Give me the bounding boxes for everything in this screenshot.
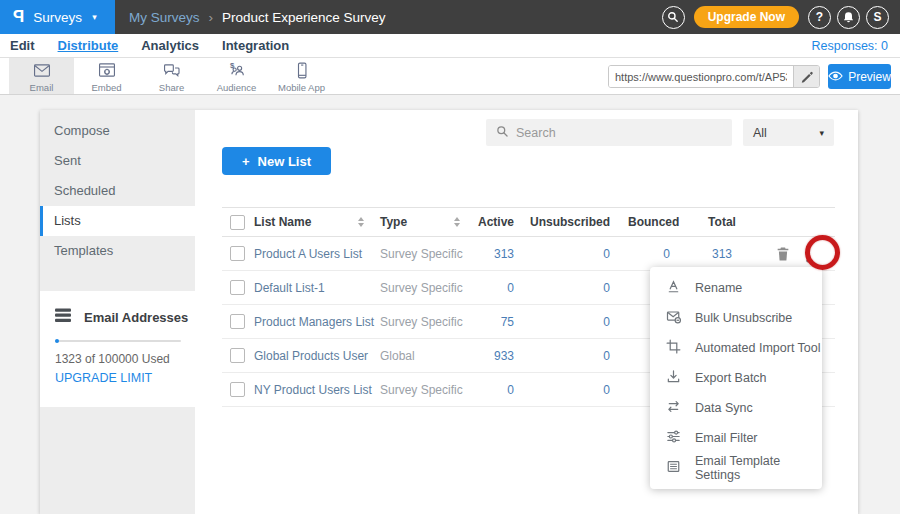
row-checkbox[interactable] xyxy=(230,348,245,363)
search-input[interactable] xyxy=(516,126,696,140)
survey-url-input[interactable] xyxy=(609,66,793,87)
toolbar-tab-embed[interactable]: Embed xyxy=(74,58,139,94)
sidebar-item-compose[interactable]: Compose xyxy=(40,116,195,146)
active-count[interactable]: 75 xyxy=(468,315,520,329)
upgrade-now-button[interactable]: Upgrade Now xyxy=(694,6,799,28)
responses-count[interactable]: Responses: 0 xyxy=(812,39,900,53)
toolbar-tab-mobile-app[interactable]: Mobile App xyxy=(269,58,334,94)
notifications-bell-icon[interactable] xyxy=(837,6,860,29)
unsubscribed-count: 0 xyxy=(520,281,628,295)
email-sidebar: Compose Sent Scheduled Lists Templates E… xyxy=(40,110,195,514)
menu-item-rename[interactable]: Rename xyxy=(650,273,822,303)
product-switcher[interactable]: P Surveys ▾ xyxy=(0,0,115,34)
unsubscribed-count: 0 xyxy=(520,315,628,329)
breadcrumb-my-surveys[interactable]: My Surveys xyxy=(129,10,200,25)
new-list-button-label: New List xyxy=(258,154,311,169)
toolbar-tab-share[interactable]: Share xyxy=(139,58,204,94)
list-name-link[interactable]: Default List-1 xyxy=(254,281,372,295)
toolbar-tab-label: Share xyxy=(159,82,184,93)
data-sync-icon xyxy=(666,399,681,418)
header-actions: Upgrade Now ? S xyxy=(662,6,900,29)
eye-icon xyxy=(828,70,843,84)
top-header: P Surveys ▾ My Surveys › Product Experie… xyxy=(0,0,900,34)
user-avatar[interactable]: S xyxy=(866,6,889,29)
active-count[interactable]: 313 xyxy=(468,247,520,261)
list-type: Survey Specific xyxy=(372,383,468,397)
menu-item-email-template-settings[interactable]: Email Template Settings xyxy=(650,453,822,483)
toolbar-tab-label: Audience xyxy=(217,82,257,93)
select-all-checkbox[interactable] xyxy=(230,215,245,230)
search-icon[interactable] xyxy=(662,6,685,29)
row-checkbox[interactable] xyxy=(230,382,245,397)
share-icon xyxy=(160,60,184,81)
tab-integration[interactable]: Integration xyxy=(222,38,289,53)
breadcrumb-current-survey: Product Experience Survey xyxy=(222,10,386,25)
row-checkbox[interactable] xyxy=(230,280,245,295)
menu-item-data-sync[interactable]: Data Sync xyxy=(650,393,822,423)
breadcrumb-separator: › xyxy=(209,10,214,25)
sidebar-item-lists[interactable]: Lists xyxy=(40,206,195,236)
upgrade-limit-link[interactable]: UPGRADE LIMIT xyxy=(55,371,195,385)
toolbar-tab-label: Email xyxy=(30,82,54,93)
row-actions xyxy=(754,245,835,263)
row-menu-kebab-icon[interactable] xyxy=(806,245,810,263)
menu-item-automated-import-tool[interactable]: Automated Import Tool xyxy=(650,333,822,363)
row-checkbox[interactable] xyxy=(230,314,245,329)
active-count[interactable]: 0 xyxy=(468,383,520,397)
sort-icon[interactable] xyxy=(358,217,364,227)
active-count[interactable]: 933 xyxy=(468,349,520,363)
email-addresses-title: Email Addresses xyxy=(84,310,188,325)
list-name-link[interactable]: Global Products User xyxy=(254,349,372,363)
questionpro-app: P Surveys ▾ My Surveys › Product Experie… xyxy=(0,0,900,514)
email-template-settings-icon xyxy=(666,459,681,478)
list-name-link[interactable]: Product A Users List xyxy=(254,247,372,261)
sort-icon[interactable] xyxy=(454,217,460,227)
tab-edit[interactable]: Edit xyxy=(10,38,35,53)
product-switcher-label: Surveys xyxy=(33,10,82,25)
list-name-link[interactable]: NY Product Users List xyxy=(254,383,372,397)
list-type: Survey Specific xyxy=(372,281,468,295)
tab-analytics[interactable]: Analytics xyxy=(141,38,199,53)
email-addresses-header: Email Addresses xyxy=(40,291,195,327)
column-bounced: Bounced xyxy=(628,215,690,229)
table-header-row: List Name Type Active Unsubscribed Bounc… xyxy=(222,207,835,237)
total-count[interactable]: 313 xyxy=(690,247,754,261)
chevron-down-icon: ▾ xyxy=(92,12,97,22)
toolbar-tab-audience[interactable]: $ Audience xyxy=(204,58,269,94)
rename-icon xyxy=(666,279,681,298)
menu-item-export-batch[interactable]: Export Batch xyxy=(650,363,822,393)
preview-button-label: Preview xyxy=(848,70,891,84)
toolbar-tab-email[interactable]: Email xyxy=(9,58,74,94)
new-list-button[interactable]: + New List xyxy=(222,147,331,175)
envelope-icon xyxy=(30,60,54,81)
row-checkbox[interactable] xyxy=(230,246,245,261)
edit-url-pencil-icon[interactable] xyxy=(793,66,819,87)
list-name-link[interactable]: Product Managers List xyxy=(254,315,372,329)
lists-content: All ▾ + New List List Name Type xyxy=(195,110,858,514)
sidebar-item-templates[interactable]: Templates xyxy=(40,236,195,266)
toolbar-tab-label: Embed xyxy=(91,82,121,93)
filter-selected-value: All xyxy=(753,126,767,140)
list-type: Survey Specific xyxy=(372,247,468,261)
sidebar-item-scheduled[interactable]: Scheduled xyxy=(40,176,195,206)
preview-button[interactable]: Preview xyxy=(828,64,891,89)
menu-item-bulk-unsubscribe[interactable]: Bulk Unsubscribe xyxy=(650,303,822,333)
list-type-filter-dropdown[interactable]: All ▾ xyxy=(743,119,834,146)
audience-icon: $ xyxy=(225,60,249,81)
help-icon[interactable]: ? xyxy=(808,6,831,29)
unsubscribed-count: 0 xyxy=(520,349,628,363)
column-type: Type xyxy=(372,215,468,229)
email-sidebar-items: Compose Sent Scheduled Lists Templates xyxy=(40,110,195,266)
tab-distribute[interactable]: Distribute xyxy=(58,38,119,53)
column-active: Active xyxy=(468,215,520,229)
plus-icon: + xyxy=(242,154,250,169)
active-count[interactable]: 0 xyxy=(468,281,520,295)
table-row: Product A Users List Survey Specific 313… xyxy=(222,237,835,271)
sidebar-item-sent[interactable]: Sent xyxy=(40,146,195,176)
email-filter-icon xyxy=(666,429,681,448)
menu-item-email-filter[interactable]: Email Filter xyxy=(650,423,822,453)
delete-list-trash-icon[interactable] xyxy=(776,246,790,262)
unsubscribed-count: 0 xyxy=(520,247,628,261)
distribute-toolbar: Email Embed Share $ Audience Mobile App xyxy=(0,58,900,95)
mobile-icon xyxy=(290,60,314,81)
